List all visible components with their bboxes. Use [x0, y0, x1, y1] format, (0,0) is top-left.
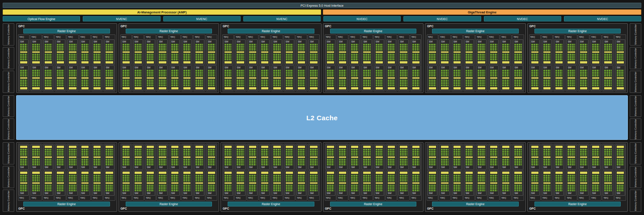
sm-core-grid-upper	[273, 185, 280, 191]
tpc-label: TPC	[513, 196, 523, 200]
gpc-label: GPC	[120, 207, 218, 211]
sm-core-grid-lower	[69, 54, 76, 60]
sm-cache-bar	[514, 146, 521, 148]
sm-label: SM	[592, 66, 600, 69]
sm-unit: SM	[440, 39, 449, 65]
memory-controller: Memory Controller	[3, 190, 14, 212]
sm-cache-bar-mid	[195, 182, 203, 184]
memory-controller-group: Memory ControllerMemory ControllerMemory…	[3, 23, 14, 93]
sm-core-grid-upper	[514, 44, 521, 51]
sm-core-grid-upper	[183, 159, 191, 165]
sm-core-grid-upper	[466, 185, 473, 191]
sm-label: SM	[285, 66, 293, 69]
tpc-label: TPC	[530, 196, 540, 200]
sm-cache-bar-mid	[617, 156, 624, 158]
sm-label: SM	[363, 40, 371, 43]
memory-controller-label: Memory Controller	[634, 96, 637, 116]
sm-label: SM	[122, 40, 130, 43]
sm-cache-bar-mid	[514, 156, 521, 158]
sm-cache-bar	[453, 172, 461, 174]
sm-core-grid-upper	[441, 44, 448, 51]
sm-core-grid-lower	[400, 54, 407, 60]
sm-label: SM	[208, 40, 216, 43]
ai-management-processor-bar: AI-Management Processor (AMP)	[3, 9, 321, 15]
tpc-block: TPCSMSM	[79, 34, 91, 92]
sm-core-grid-lower	[478, 175, 485, 181]
memory-controller: Memory Controller	[3, 23, 14, 46]
sm-core-grid-upper	[57, 159, 64, 165]
tpc-label: TPC	[19, 196, 29, 200]
sm-unit: SM	[133, 144, 143, 170]
sm-cache-bar	[81, 146, 89, 148]
sm-cache-bar	[45, 87, 52, 89]
sm-label: SM	[465, 166, 473, 169]
sm-core-grid-lower	[466, 175, 473, 181]
tpc-label: TPC	[603, 35, 613, 39]
sm-cache-bar-mid	[69, 77, 76, 79]
sm-unit: SM	[145, 65, 155, 91]
sm-label: SM	[158, 66, 166, 69]
tpc-label: TPC	[350, 35, 360, 39]
raster-engine-bar: Raster Engine	[23, 202, 110, 207]
sm-cache-bar-mid	[453, 156, 461, 158]
memory-controller-group: Memory ControllerMemory ControllerMemory…	[630, 23, 641, 93]
sm-unit: SM	[43, 39, 53, 65]
sm-cache-bar-mid	[592, 156, 599, 158]
sm-cache-bar	[32, 146, 39, 148]
tpc-label: TPC	[284, 196, 294, 200]
sm-unit: SM	[68, 65, 77, 91]
sm-unit: SM	[452, 65, 462, 91]
sm-cache-bar	[286, 172, 293, 174]
sm-core-grid-lower	[261, 149, 268, 156]
sm-unit: SM	[615, 65, 625, 91]
sm-cache-bar-mid	[580, 51, 587, 53]
sm-cache-bar-mid	[429, 182, 436, 184]
sm-cache-bar	[376, 146, 383, 148]
sm-core-grid-lower	[57, 175, 64, 181]
tpc-block: TPCSMSM	[247, 34, 258, 92]
sm-core-grid-lower	[339, 175, 346, 181]
sm-label: SM	[428, 192, 436, 195]
sm-cache-bar	[412, 172, 419, 174]
gpc-label: GPC	[120, 25, 218, 28]
sm-cache-bar	[147, 61, 154, 63]
sm-core-grid-upper	[400, 185, 407, 191]
memory-controller: Memory Controller	[3, 166, 14, 188]
tpc-block: TPCSMSM	[410, 143, 422, 201]
sm-label: SM	[441, 66, 449, 69]
memory-controller-label: Memory Controller	[7, 24, 10, 45]
sm-core-grid-upper	[195, 159, 203, 165]
sm-cache-bar-mid	[604, 156, 611, 158]
tpc-label: TPC	[513, 35, 523, 39]
gpc-label: GPC	[529, 25, 627, 28]
gpc-block: GPCRaster EngineTPCSMSMTPCSMSMTPCSMSMTPC…	[16, 23, 117, 93]
tpc-label: TPC	[157, 35, 167, 39]
tpc-label: TPC	[386, 35, 396, 39]
sm-core-grid-lower	[617, 175, 624, 181]
sm-cache-bar	[249, 172, 256, 174]
sm-cache-bar	[123, 87, 130, 89]
sm-core-grid-upper	[237, 185, 244, 191]
sm-cache-bar	[183, 87, 191, 89]
sm-unit: SM	[603, 144, 613, 170]
sm-label: SM	[81, 40, 89, 43]
sm-label: SM	[387, 166, 395, 169]
sm-label: SM	[273, 192, 281, 195]
sm-cache-bar	[208, 87, 215, 89]
tpc-label: TPC	[43, 196, 53, 200]
sm-core-grid-lower	[429, 54, 436, 60]
l2-cache-block: L2 Cache	[16, 95, 628, 140]
sm-unit: SM	[43, 65, 53, 91]
tpc-label: TPC	[133, 35, 143, 39]
sm-cache-bar-mid	[225, 51, 232, 53]
sm-cache-bar	[543, 61, 551, 63]
sm-unit: SM	[297, 39, 306, 65]
sm-cache-bar	[261, 87, 268, 89]
tpc-block: TPCSMSM	[349, 34, 360, 92]
sm-label: SM	[580, 192, 588, 195]
media-engines-row: Optical Flow Engine NVENC NVENC NVENC NV…	[3, 16, 641, 21]
sm-core-grid-lower	[363, 80, 370, 86]
sm-unit: SM	[260, 39, 270, 65]
sm-label: SM	[183, 192, 191, 195]
sm-cache-bar	[543, 87, 551, 89]
